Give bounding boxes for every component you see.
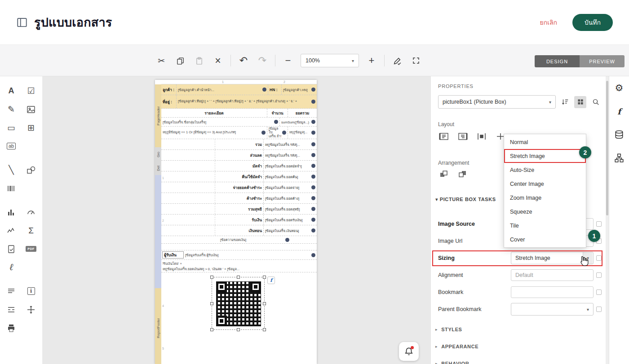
- settings-gear-icon[interactable]: ⚙: [613, 82, 625, 94]
- chart-tool-icon[interactable]: [6, 207, 17, 218]
- design-canvas[interactable]: 1 2 1 2 3 4 5 PageHeader Gro Det ReportF…: [43, 76, 430, 364]
- summary-label-field[interactable]: รับเงิน: [215, 215, 264, 225]
- alignment-select[interactable]: Default: [511, 269, 594, 281]
- expression-badge[interactable]: f: [267, 276, 275, 284]
- gauge-tool-icon[interactable]: [26, 207, 36, 218]
- picture-box-tasks-header[interactable]: ▾ PICTURE BOX TASKS: [435, 197, 496, 202]
- pdf-tool-icon[interactable]: PDF: [26, 244, 36, 254]
- shape-tool-icon[interactable]: [26, 165, 36, 175]
- printer-tool-icon[interactable]: [6, 323, 17, 333]
- panel-tool-icon[interactable]: ▭: [6, 123, 17, 133]
- sizing-checkbox[interactable]: [596, 255, 602, 261]
- detail-expr-field[interactable]: Iif(([มีข้อมูล] == 1 Or [มีข้อมูล] == 3)…: [161, 127, 267, 139]
- send-to-back-icon[interactable]: [457, 169, 469, 180]
- expressions-icon[interactable]: f: [613, 105, 625, 118]
- summary-label-field[interactable]: คืน/ใช้มัดจำ: [215, 171, 264, 182]
- summary-label-field[interactable]: เงินทอน: [215, 225, 264, 236]
- zoom-out-button[interactable]: −: [282, 54, 294, 67]
- receiver-value-field[interactable]: [ข้อมูลรับเสร็จ.ผู้รับเงิน]: [184, 250, 317, 259]
- summary-value-field[interactable]: [ข้อมูลใบเสร็จ.ยอดจ่าย]: [264, 182, 317, 193]
- band-reportfooter[interactable]: ReportFooter: [155, 288, 161, 364]
- dropdown-option-normal[interactable]: Normal: [504, 135, 586, 149]
- band-pageheader[interactable]: PageHeader: [155, 84, 161, 147]
- tab-design[interactable]: DESIGN: [535, 55, 580, 67]
- line-tool-icon[interactable]: ╲: [6, 165, 17, 175]
- summary-value-field[interactable]: Iif([ข้อมูลใบเสร็จ.รหัส]...: [264, 150, 317, 160]
- summary-value-field[interactable]: [ข้อมูลใบเสร็จ.ยอดสุทธิ]: [264, 204, 317, 214]
- checkbox-tool-icon[interactable]: ☑: [26, 86, 36, 96]
- selection-handle[interactable]: [210, 302, 213, 305]
- dropdown-option-squeeze[interactable]: Squeeze: [504, 205, 586, 219]
- sparkline-tool-icon[interactable]: [6, 225, 17, 236]
- section-appearance[interactable]: ▸APPEARANCE: [435, 338, 602, 355]
- bring-to-front-icon[interactable]: [438, 169, 450, 180]
- dock-right-icon[interactable]: [457, 131, 469, 142]
- selection-handle[interactable]: [263, 302, 266, 305]
- data-source-icon[interactable]: [613, 128, 625, 141]
- dropdown-option-stretch-image[interactable]: Stretch Image: [504, 149, 586, 163]
- bookmark-input[interactable]: [511, 286, 594, 298]
- cancel-button[interactable]: ยกเลิก: [540, 18, 557, 27]
- pageinfo-tool-icon[interactable]: [6, 244, 17, 254]
- report-page[interactable]: 1 2 1 2 3 4 5 PageHeader Gro Det ReportF…: [155, 80, 317, 364]
- validate-button[interactable]: [391, 54, 403, 67]
- notification-bell-button[interactable]: [399, 342, 419, 361]
- hn-field[interactable]: [ข้อมูลลูกค้า.HN]: [282, 84, 317, 95]
- zoom-in-button[interactable]: +: [365, 54, 378, 67]
- selection-handle[interactable]: [263, 276, 266, 279]
- band-group-footer[interactable]: [155, 175, 161, 288]
- summary-label-field[interactable]: ค้างชำระ: [215, 193, 264, 203]
- selection-handle[interactable]: [210, 328, 213, 331]
- vertical-scrollbar[interactable]: [606, 76, 609, 364]
- selection-handle[interactable]: [263, 328, 266, 331]
- alignment-checkbox[interactable]: [596, 272, 602, 278]
- group-sum-field[interactable]: sumSum([ข้อมูล...): [280, 118, 317, 126]
- header-qty-cell[interactable]: จำนวน: [267, 109, 288, 117]
- category-view-button[interactable]: [574, 96, 586, 108]
- paste-button[interactable]: [193, 54, 205, 67]
- dropdown-option-auto-size[interactable]: Auto-Size: [504, 163, 586, 177]
- detail-qty-field[interactable]: [ข้อมูลใบเสร็จ.จำนวน]: [267, 127, 288, 139]
- summary-label-field[interactable]: ส่วนลด: [215, 150, 264, 160]
- subreport-tool-icon[interactable]: [6, 286, 17, 297]
- address-label-field[interactable]: ที่อยู่ :: [161, 95, 177, 108]
- receiver-label-field[interactable]: ผู้รับเงิน: [162, 251, 184, 259]
- pagebreak-tool-icon[interactable]: [6, 304, 17, 315]
- tab-preview[interactable]: PREVIEW: [580, 55, 625, 67]
- bookmark-checkbox[interactable]: [596, 289, 602, 295]
- section-styles[interactable]: ▸STYLES: [435, 321, 602, 338]
- summary-value-field[interactable]: [ข้อมูลใบเสร็จ.ยอดมัดจำ]: [264, 161, 317, 171]
- picture-tool-icon[interactable]: [26, 104, 36, 115]
- label-tool-icon[interactable]: ab: [6, 141, 17, 152]
- hn-label-field[interactable]: HN :: [268, 84, 282, 95]
- fullscreen-button[interactable]: [410, 54, 422, 67]
- scrollbar-thumb[interactable]: [606, 81, 608, 215]
- summary-value-field[interactable]: [ข้อมูลใบเสร็จ.ยอดคืน]: [264, 171, 317, 182]
- selection-handle[interactable]: [210, 276, 213, 279]
- summary-value-field[interactable]: [ข้อมูลใบเสร็จ.ยอดค้าง]: [264, 193, 317, 203]
- band-detail[interactable]: Det: [155, 162, 161, 175]
- summary-label-field[interactable]: รวม: [215, 139, 264, 149]
- signature-tool-icon[interactable]: ℓ: [6, 262, 17, 273]
- save-button[interactable]: บันทึก: [572, 14, 613, 31]
- dock-left-icon[interactable]: [438, 131, 450, 142]
- cut-button[interactable]: ✂: [155, 54, 168, 67]
- table-tool-icon[interactable]: ⊞: [26, 123, 36, 133]
- note-field[interactable]: [ข้อความขอดเงิน]: [219, 236, 291, 243]
- sort-button[interactable]: [559, 96, 571, 108]
- dropdown-option-zoom-image[interactable]: Zoom Image: [504, 191, 586, 205]
- spacing-horizontal-icon[interactable]: [476, 131, 487, 142]
- dropdown-option-tile[interactable]: Tile: [504, 219, 586, 232]
- summary-value-field[interactable]: Iif([ข้อมูลใบเสร็จ.รหัส]...: [264, 139, 317, 149]
- delete-button[interactable]: ×: [212, 54, 224, 67]
- barcode-tool-icon[interactable]: [6, 183, 17, 194]
- control-selector[interactable]: pictureBox1 (Picture Box) ▾: [438, 95, 556, 109]
- band-groupheader[interactable]: Gro: [155, 147, 161, 162]
- report-explorer-icon[interactable]: [613, 152, 625, 164]
- redo-button[interactable]: ↷: [256, 54, 269, 67]
- customer-label-field[interactable]: ลูกค้า :: [161, 84, 177, 95]
- search-button[interactable]: [589, 96, 602, 108]
- summary-tool-icon[interactable]: Σ: [26, 225, 36, 236]
- summary-label-field[interactable]: จ่ายยอดค้างชำระ: [215, 182, 264, 193]
- selection-handle[interactable]: [237, 276, 240, 279]
